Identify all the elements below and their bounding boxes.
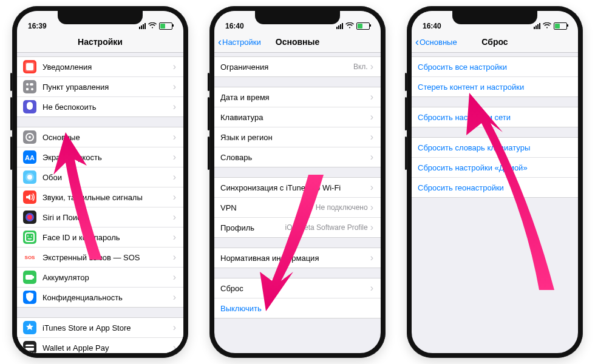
row-label: Экран и яркость xyxy=(42,153,173,162)
notch xyxy=(452,11,537,24)
settings-group: iTunes Store и App Store›Wallet и Apple … xyxy=(17,317,183,353)
nav-bar: ‹ Настройки Основные xyxy=(214,32,381,53)
svg-point-2 xyxy=(26,83,29,86)
list-item[interactable]: AAЭкран и яркость› xyxy=(17,147,183,167)
list-item[interactable]: Дата и время› xyxy=(214,87,381,107)
row-label: iTunes Store и App Store xyxy=(42,323,173,332)
row-label: Пункт управления xyxy=(42,83,173,92)
screen-2: 16:40 ‹ Настройки Основные ОграниченияВк… xyxy=(214,11,381,353)
row-label: VPN xyxy=(220,203,316,212)
list-item[interactable]: Сбросить настройки «Домой» xyxy=(412,158,578,178)
wifi-icon xyxy=(543,22,551,30)
list-item[interactable]: Основные› xyxy=(17,127,183,147)
screen-1: 16:39 Настройки Уведомления›Пункт управл… xyxy=(17,11,183,353)
list-item[interactable]: Звуки, тактильные сигналы› xyxy=(17,187,183,207)
row-label: Обои xyxy=(42,173,173,182)
svg-rect-13 xyxy=(25,233,34,241)
list-item[interactable]: iTunes Store и App Store› xyxy=(17,318,183,338)
chevron-right-icon: › xyxy=(370,132,373,143)
list-item[interactable]: Синхронизация с iTunes по Wi-Fi› xyxy=(214,178,381,198)
list-item[interactable]: Сбросить геонастройки xyxy=(412,178,578,197)
chevron-right-icon: › xyxy=(173,292,176,303)
list-item[interactable]: Wallet и Apple Pay› xyxy=(17,338,183,353)
list-item[interactable]: Обои› xyxy=(17,167,183,187)
clock: 16:40 xyxy=(225,22,244,30)
general-list[interactable]: ОграниченияВкл.›Дата и время›Клавиатура›… xyxy=(214,53,381,353)
row-label: Сбросить геонастройки xyxy=(418,183,571,192)
list-item[interactable]: Уведомления› xyxy=(17,57,183,77)
row-label: Экстренный вызов — SOS xyxy=(42,253,173,262)
settings-list[interactable]: Уведомления›Пункт управления›Не беспокои… xyxy=(17,53,183,353)
siri-icon xyxy=(23,211,36,224)
appstore-icon xyxy=(23,321,36,334)
signal-icon xyxy=(336,23,343,29)
faceid-icon xyxy=(23,231,36,244)
list-item[interactable]: Сбросить настройки сети xyxy=(412,107,578,127)
privacy-icon xyxy=(23,291,36,304)
list-item[interactable]: Сброс› xyxy=(214,278,381,298)
screen-3: 16:40 ‹ Основные Сброс Сбросить все наст… xyxy=(412,11,578,353)
battery-icon xyxy=(356,22,370,30)
list-item[interactable]: VPNНе подключено› xyxy=(214,198,381,218)
list-item[interactable]: Face ID и код-пароль› xyxy=(17,228,183,248)
settings-group: Сбросить все настройкиСтереть контент и … xyxy=(412,56,578,97)
list-item[interactable]: Аккумулятор› xyxy=(17,268,183,288)
list-item[interactable]: ПрофильiOS Beta Software Profile› xyxy=(214,218,381,237)
settings-group: Сбросить настройки сети xyxy=(412,107,578,127)
list-item[interactable]: Клавиатура› xyxy=(214,107,381,127)
list-item[interactable]: Пункт управления› xyxy=(17,77,183,97)
list-item[interactable]: Конфиденциальность› xyxy=(17,288,183,307)
settings-group: Нормативная информация› xyxy=(214,248,381,268)
notch xyxy=(58,11,143,24)
phone-frame-2: 16:40 ‹ Настройки Основные ОграниченияВк… xyxy=(209,6,386,358)
list-item[interactable]: Сбросить все настройки xyxy=(412,57,578,77)
back-button[interactable]: ‹ Настройки xyxy=(218,36,261,47)
list-item[interactable]: Siri и Поиск› xyxy=(17,207,183,228)
chevron-right-icon: › xyxy=(370,61,373,72)
dnd-icon xyxy=(23,100,36,113)
row-label: Звуки, тактильные сигналы xyxy=(42,193,173,202)
status-icons xyxy=(534,22,567,30)
row-label: Нормативная информация xyxy=(220,254,370,263)
chevron-right-icon: › xyxy=(173,132,176,143)
chevron-right-icon: › xyxy=(173,192,176,203)
chevron-right-icon: › xyxy=(370,222,373,233)
wallet-icon xyxy=(23,341,36,353)
chevron-right-icon: › xyxy=(370,202,373,213)
chevron-right-icon: › xyxy=(370,283,373,294)
list-item[interactable]: SOSЭкстренный вызов — SOS› xyxy=(17,248,183,268)
reset-list[interactable]: Сбросить все настройкиСтереть контент и … xyxy=(412,53,578,353)
back-label: Основные xyxy=(420,38,457,47)
chevron-right-icon: › xyxy=(370,252,373,263)
battery-icon xyxy=(159,22,172,30)
settings-group: Сбросить словарь клавиатурыСбросить наст… xyxy=(412,137,578,198)
back-label: Настройки xyxy=(222,38,261,47)
list-item[interactable]: Стереть контент и настройки xyxy=(412,77,578,96)
list-item[interactable]: Язык и регион› xyxy=(214,127,381,147)
row-label: Сбросить словарь клавиатуры xyxy=(418,143,571,152)
svg-point-5 xyxy=(31,88,33,90)
list-item[interactable]: Словарь› xyxy=(214,147,381,167)
svg-point-15 xyxy=(31,235,32,237)
chevron-right-icon: › xyxy=(370,112,373,123)
chevron-right-icon: › xyxy=(370,152,373,163)
chevron-right-icon: › xyxy=(173,152,176,163)
list-item[interactable]: Нормативная информация› xyxy=(214,248,381,268)
settings-group: Дата и время›Клавиатура›Язык и регион›Сл… xyxy=(214,87,381,167)
chevron-right-icon: › xyxy=(173,101,176,112)
back-button[interactable]: ‹ Основные xyxy=(415,36,457,47)
phone-frame-1: 16:39 Настройки Уведомления›Пункт управл… xyxy=(12,6,188,358)
svg-rect-16 xyxy=(25,275,33,280)
list-item[interactable]: Сбросить словарь клавиатуры xyxy=(412,138,578,158)
list-item[interactable]: ОграниченияВкл.› xyxy=(214,57,381,76)
list-item[interactable]: Выключить xyxy=(214,298,381,318)
row-label: Siri и Поиск xyxy=(42,213,173,222)
row-label: Словарь xyxy=(220,153,370,162)
sos-icon: SOS xyxy=(23,251,36,264)
svg-point-10 xyxy=(27,175,32,180)
list-item[interactable]: Не беспокоить› xyxy=(17,97,183,116)
row-value: Не подключено xyxy=(316,203,368,212)
wifi-icon xyxy=(148,22,157,30)
row-label: Синхронизация с iTunes по Wi-Fi xyxy=(220,183,370,192)
sounds-icon xyxy=(23,190,36,204)
